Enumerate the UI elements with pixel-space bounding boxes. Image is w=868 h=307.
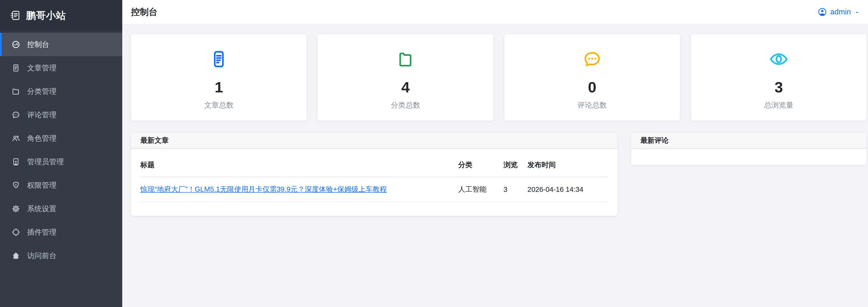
sidebar-item-plugins[interactable]: 插件管理 [0, 220, 122, 244]
latest-comments-header: 最新评论 [631, 133, 867, 149]
sidebar-item-label: 访问前台 [27, 251, 57, 261]
latest-comments-panel: 最新评论 [631, 133, 867, 165]
article-title-cell: 惊现“地府大厂”！GLM5.1无限使用月卡仅需39.9元？深度体验+保姆级上车教… [141, 177, 458, 202]
stat-label: 分类总数 [391, 100, 420, 110]
sidebar-item-visit-site[interactable]: 访问前台 [0, 244, 122, 267]
person-badge-icon [11, 157, 20, 166]
article-published-cell: 2026-04-16 14:34 [527, 177, 608, 202]
latest-comments-body [631, 149, 867, 165]
user-menu[interactable]: admin [818, 7, 860, 17]
articles-table: 标题 分类 浏览 发布时间 惊现“地府大厂”！GLM5.1无限使用月卡仅需39.… [141, 151, 608, 202]
sidebar-item-label: 系统设置 [27, 204, 57, 214]
app-layout: 鹏哥小站 控制台 文章管理 [0, 0, 868, 307]
stat-card-views: 3 总浏览量 [691, 34, 867, 121]
gear-icon [11, 204, 20, 213]
topbar: 控制台 admin [122, 0, 868, 25]
people-icon [11, 134, 20, 143]
article-link[interactable]: 惊现“地府大厂”！GLM5.1无限使用月卡仅需39.9元？深度体验+保姆级上车教… [141, 185, 387, 193]
sidebar-menu: 控制台 文章管理 分类管理 [0, 31, 122, 267]
sidebar-item-categories[interactable]: 分类管理 [0, 80, 122, 103]
column-header-views: 浏览 [503, 151, 527, 177]
stat-value: 0 [588, 80, 596, 95]
user-name: admin [830, 7, 851, 17]
person-circle-icon [818, 7, 827, 17]
article-row: 惊现“地府大厂”！GLM5.1无限使用月卡仅需39.9元？深度体验+保姆级上车教… [141, 177, 608, 202]
sidebar-item-permissions[interactable]: 权限管理 [0, 174, 122, 197]
latest-articles-body: 标题 分类 浏览 发布时间 惊现“地府大厂”！GLM5.1无限使用月卡仅需39.… [131, 149, 617, 216]
stat-value: 4 [401, 80, 409, 95]
column-header-category: 分类 [458, 151, 503, 177]
article-icon [209, 50, 228, 69]
stat-card-categories: 4 分类总数 [318, 34, 493, 121]
speedometer-icon [11, 40, 20, 49]
article-icon [11, 64, 20, 72]
column-header-title: 标题 [141, 151, 458, 177]
sidebar-item-articles[interactable]: 文章管理 [0, 56, 122, 80]
stat-cards-row: 1 文章总数 4 分类总数 0 [131, 34, 867, 121]
puzzle-icon [11, 228, 20, 237]
sidebar-item-label: 角色管理 [27, 133, 57, 144]
stat-label: 文章总数 [204, 100, 234, 110]
sidebar-item-label: 文章管理 [27, 63, 57, 73]
chevron-down-icon [854, 10, 860, 15]
sidebar-item-comments[interactable]: 评论管理 [0, 103, 122, 127]
home-icon [11, 251, 20, 260]
shield-lock-icon [11, 181, 20, 190]
comment-icon [582, 50, 602, 69]
stat-card-articles: 1 文章总数 [131, 34, 307, 121]
sidebar-item-label: 管理员管理 [27, 157, 64, 167]
journal-icon [9, 10, 21, 21]
article-views-cell: 3 [503, 177, 527, 202]
column-header-published: 发布时间 [527, 151, 608, 177]
sidebar-item-settings[interactable]: 系统设置 [0, 197, 122, 220]
stat-value: 1 [215, 80, 223, 95]
main-area: 控制台 admin [122, 0, 868, 307]
eye-icon [769, 50, 788, 69]
stat-value: 3 [775, 80, 783, 95]
folder-icon [11, 87, 20, 96]
page-title: 控制台 [131, 6, 157, 18]
sidebar-item-label: 控制台 [27, 40, 49, 50]
sidebar-item-admins[interactable]: 管理员管理 [0, 150, 122, 174]
article-category-cell: 人工智能 [458, 177, 503, 202]
sidebar-item-label: 插件管理 [27, 227, 57, 237]
sidebar-item-label: 权限管理 [27, 180, 57, 190]
panels-row: 最新文章 标题 分类 浏览 发布时间 [131, 133, 867, 216]
stat-label: 总浏览量 [764, 100, 794, 110]
stat-card-comments: 0 评论总数 [504, 34, 680, 121]
sidebar-item-label: 分类管理 [27, 87, 57, 97]
latest-articles-panel: 最新文章 标题 分类 浏览 发布时间 [131, 133, 617, 216]
articles-table-header-row: 标题 分类 浏览 发布时间 [141, 151, 608, 177]
sidebar-item-dashboard[interactable]: 控制台 [0, 33, 122, 56]
brand-logo[interactable]: 鹏哥小站 [0, 0, 122, 31]
stat-label: 评论总数 [578, 100, 607, 110]
folder-icon [396, 50, 415, 69]
comment-icon [11, 111, 20, 119]
brand-name: 鹏哥小站 [26, 9, 66, 22]
sidebar-item-label: 评论管理 [27, 110, 57, 120]
dashboard-content: 1 文章总数 4 分类总数 0 [122, 25, 868, 307]
sidebar: 鹏哥小站 控制台 文章管理 [0, 0, 122, 307]
sidebar-item-roles[interactable]: 角色管理 [0, 127, 122, 150]
latest-articles-header: 最新文章 [131, 133, 617, 149]
